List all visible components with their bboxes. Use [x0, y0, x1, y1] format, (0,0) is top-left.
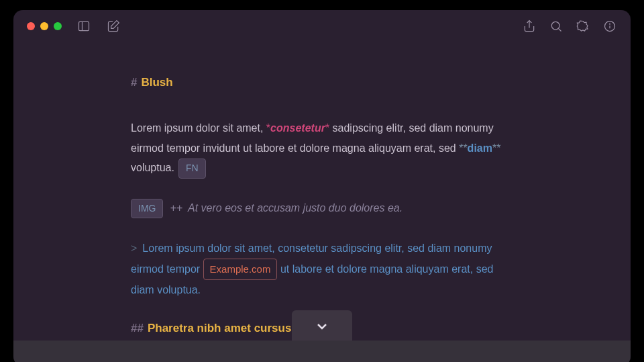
settings-icon[interactable]: [576, 19, 590, 34]
image-line: IMG++ At vero eos et accusam justo duo d…: [131, 199, 513, 218]
bottom-bar: [13, 341, 631, 363]
sidebar-toggle-icon[interactable]: [76, 19, 91, 34]
right-controls: [522, 19, 617, 34]
close-button[interactable]: [27, 22, 35, 30]
image-caption: At vero eos et accusam justo duo dolores…: [185, 202, 402, 214]
compose-icon[interactable]: [106, 19, 121, 34]
editor-window: #Blush Lorem ipsum dolor sit amet, *cons…: [13, 10, 631, 363]
italic-text: consetetur: [270, 122, 325, 134]
link-pill[interactable]: Example.com: [203, 259, 278, 280]
titlebar: [13, 10, 631, 42]
svg-rect-0: [79, 21, 89, 30]
heading-1: #Blush: [131, 73, 513, 93]
heading-2-text: Pharetra nibh amet cursus: [148, 322, 291, 334]
paragraph-text: Lorem ipsum dolor sit amet,: [131, 122, 266, 134]
heading-hash-marker: ##: [131, 322, 144, 334]
search-icon[interactable]: [549, 19, 564, 34]
left-controls: [27, 19, 121, 34]
quote-marker: >: [131, 242, 137, 254]
svg-line-4: [558, 28, 561, 31]
image-pill[interactable]: IMG: [131, 199, 163, 218]
editor-content[interactable]: #Blush Lorem ipsum dolor sit amet, *cons…: [13, 42, 631, 339]
heading-hash-marker: #: [131, 76, 137, 89]
chevron-down-icon: [314, 318, 330, 334]
minimize-button[interactable]: [40, 22, 48, 30]
share-icon[interactable]: [522, 19, 537, 34]
bold-text: diam: [468, 142, 492, 154]
info-icon[interactable]: [602, 19, 617, 34]
heading-1-text: Blush: [141, 76, 172, 89]
traffic-lights: [27, 22, 62, 30]
svg-point-7: [610, 24, 610, 24]
paragraph-1: Lorem ipsum dolor sit amet, *consetetur*…: [131, 118, 513, 179]
footnote-pill[interactable]: FN: [178, 159, 206, 179]
blockquote: >Lorem ipsum dolor sit amet, consetetur …: [131, 238, 513, 300]
bold-open-marker: **: [459, 142, 467, 154]
scroll-down-button[interactable]: [292, 310, 352, 343]
maximize-button[interactable]: [54, 22, 62, 30]
bold-close-marker: **: [492, 142, 500, 154]
paragraph-text: voluptua.: [131, 162, 174, 173]
svg-point-3: [551, 21, 559, 30]
plus-marker: ++: [170, 202, 182, 214]
